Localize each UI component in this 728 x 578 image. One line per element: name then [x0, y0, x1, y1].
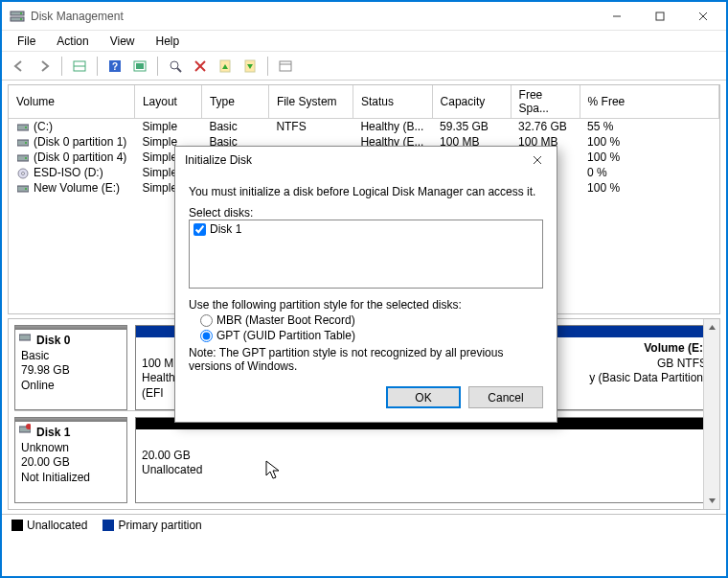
show-hide-button[interactable] [68, 55, 91, 78]
menu-view[interactable]: View [101, 33, 145, 50]
back-button[interactable] [8, 55, 31, 78]
dialog-titlebar[interactable]: Initialize Disk [175, 147, 557, 173]
disk-icon [19, 332, 31, 343]
legend-unalloc-swatch [11, 520, 23, 531]
window-title: Disk Management [31, 10, 124, 23]
svg-rect-26 [17, 155, 29, 161]
disk0-status: Online [21, 379, 121, 394]
disk-row-1: Disk 1 Unknown 20.00 GB Not Initialized … [14, 417, 714, 503]
svg-point-3 [20, 18, 22, 20]
svg-rect-22 [17, 125, 29, 130]
svg-rect-24 [17, 140, 29, 146]
toolbar: ? [2, 52, 726, 81]
svg-line-15 [177, 68, 181, 72]
col-status[interactable]: Status [353, 85, 432, 119]
volume-icon [16, 122, 30, 133]
volume-icon [16, 152, 30, 164]
settings-button[interactable] [274, 55, 297, 78]
disk1-part1[interactable]: 20.00 GB Unallocated [135, 417, 714, 503]
disk-offline-icon [19, 424, 31, 435]
mbr-label: MBR (Master Boot Record) [216, 313, 355, 327]
partition-style-label: Use the following partition style for th… [189, 298, 543, 312]
disk0-type: Basic [21, 349, 121, 364]
scroll-up-button[interactable] [704, 319, 719, 335]
menu-help[interactable]: Help [147, 33, 190, 50]
col-volume[interactable]: Volume [9, 85, 134, 119]
svg-point-2 [20, 12, 22, 14]
action-button[interactable] [239, 55, 262, 78]
ok-button[interactable]: OK [386, 386, 461, 408]
disk-select-list[interactable]: Disk 1 [189, 220, 543, 289]
volume-icon [16, 137, 30, 149]
menu-action[interactable]: Action [47, 33, 98, 50]
disk1-status: Not Initialized [21, 471, 121, 486]
disk1-label: Disk 1 [210, 222, 241, 236]
select-disks-label: Select disks: [189, 206, 543, 220]
disk0-part2-name: Volume (E:) [644, 341, 707, 355]
initialize-disk-dialog: Initialize Disk You must initialize a di… [174, 146, 557, 423]
svg-rect-30 [17, 186, 29, 192]
menu-file[interactable]: File [8, 33, 45, 50]
properties-button[interactable] [214, 55, 237, 78]
dialog-intro: You must initialize a disk before Logica… [189, 185, 543, 198]
legend: Unallocated Primary partition [2, 514, 726, 535]
svg-point-23 [25, 127, 27, 128]
delete-button[interactable] [189, 55, 212, 78]
gpt-option[interactable]: GPT (GUID Partition Table) [200, 329, 543, 342]
volume-list-header: Volume Layout Type File System Status Ca… [9, 85, 719, 119]
mbr-radio[interactable] [200, 314, 213, 327]
scroll-down-button[interactable] [704, 493, 719, 509]
col-layout[interactable]: Layout [134, 85, 201, 119]
app-icon [10, 9, 25, 24]
dialog-note: Note: The GPT partition style is not rec… [189, 346, 543, 373]
window-titlebar: Disk Management [2, 2, 726, 31]
legend-primary-label: Primary partition [118, 519, 201, 532]
col-type[interactable]: Type [201, 85, 268, 119]
gpt-radio[interactable] [200, 330, 213, 342]
disk1-part1-size: 20.00 GB [142, 449, 707, 464]
disk0-name: Disk 0 [36, 334, 70, 347]
rescan-button[interactable] [164, 55, 187, 78]
volume-icon [16, 183, 30, 195]
gpt-label: GPT (GUID Partition Table) [216, 329, 355, 342]
close-button[interactable] [681, 3, 724, 30]
svg-rect-32 [19, 335, 31, 340]
svg-point-25 [25, 142, 27, 144]
col-pct[interactable]: % Free [580, 85, 718, 119]
diskmap-scrollbar[interactable] [703, 319, 719, 509]
svg-rect-20 [280, 61, 291, 71]
refresh-button[interactable] [128, 55, 151, 78]
minimize-button[interactable] [595, 3, 638, 30]
disk1-checkbox[interactable] [193, 223, 206, 236]
disk0-info[interactable]: Disk 0 Basic 79.98 GB Online [14, 325, 127, 410]
svg-point-31 [25, 188, 27, 190]
volume-icon [16, 168, 30, 179]
disk1-part1-status: Unallocated [142, 463, 707, 478]
mbr-option[interactable]: MBR (Master Boot Record) [200, 313, 543, 327]
svg-rect-5 [656, 12, 664, 20]
col-capacity[interactable]: Capacity [432, 85, 511, 119]
svg-point-27 [25, 157, 27, 159]
dialog-close-button[interactable] [524, 149, 551, 172]
svg-text:?: ? [112, 61, 118, 72]
svg-point-14 [171, 61, 178, 69]
disk1-info[interactable]: Disk 1 Unknown 20.00 GB Not Initialized [14, 417, 127, 503]
volume-row[interactable]: (C:)SimpleBasicNTFSHealthy (B...59.35 GB… [9, 119, 719, 135]
maximize-button[interactable] [638, 3, 681, 30]
svg-rect-13 [136, 63, 144, 69]
legend-unalloc-label: Unallocated [27, 519, 87, 532]
close-icon [533, 155, 542, 165]
col-free[interactable]: Free Spa... [511, 85, 580, 119]
cancel-button[interactable]: Cancel [468, 386, 543, 408]
legend-primary-swatch [102, 520, 114, 531]
svg-point-29 [22, 172, 25, 174]
disk1-size: 20.00 GB [21, 455, 121, 471]
disk1-type: Unknown [21, 441, 121, 456]
col-fs[interactable]: File System [268, 85, 353, 119]
dialog-title: Initialize Disk [185, 153, 252, 167]
disk0-size: 79.98 GB [21, 363, 121, 379]
forward-button[interactable] [33, 55, 56, 78]
menubar: File Action View Help [2, 31, 726, 52]
disk-select-item[interactable]: Disk 1 [193, 222, 538, 236]
help-button[interactable]: ? [103, 55, 126, 78]
